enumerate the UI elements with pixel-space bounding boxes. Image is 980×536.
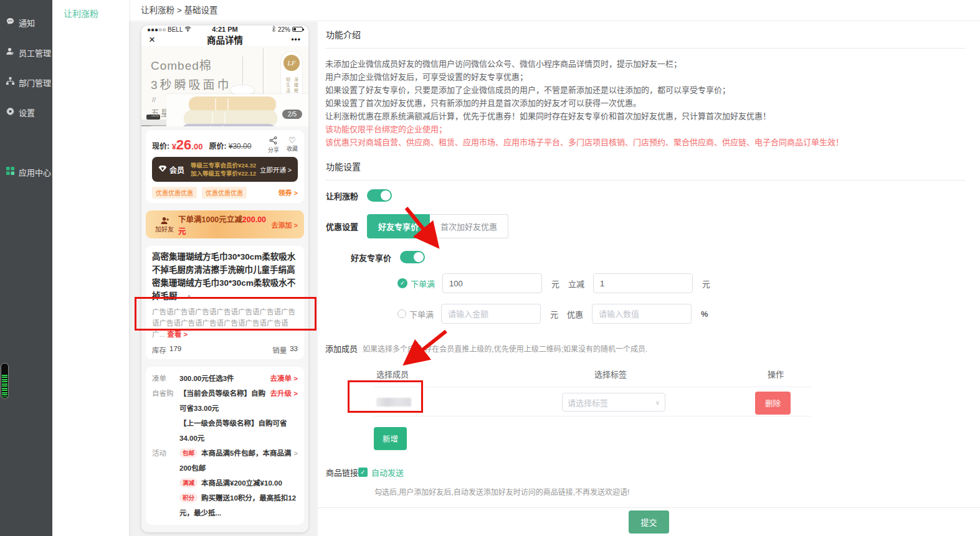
deals-card: 凑单 300.00元任选3件 去凑单 > 自省购 【当前会员等级名称】自购可省3… [146,367,304,525]
share-icon [269,137,277,146]
product-link-hint: 勾选后,用户添加好友后,自动发送添加好友时访问的商品链接,不再发送欢迎语! [374,486,965,497]
favorite-button[interactable]: ♡收藏 [287,136,298,154]
discount-tag: 满减 [179,478,197,487]
sidebar-item-employees[interactable]: 员工管理 [0,45,52,60]
rule1-radio-label[interactable]: 下单满 [411,278,435,289]
product-link-label: 商品链接 [326,466,358,478]
product-ad-text: 广告语广告语广告语广告语广告语广告语广告语广告语广告语广告语广告语广告语广告语广… [152,306,298,340]
stock-value: 179 [169,345,181,355]
rule2-amount-input[interactable] [441,304,541,324]
go-upgrade-link[interactable]: 去升级 > [270,386,298,416]
product-title: 高密集珊瑚绒方毛巾30*30cm柔软吸水不掉毛厨房清洁擦手洗碗巾儿童手绢高密集珊… [152,250,298,303]
radio-checked-icon[interactable]: ✓ [397,278,407,288]
sidebar-item-settings[interactable]: 设置 [0,105,52,120]
get-coupon-link[interactable]: 领券 > [278,187,298,197]
stock-label: 库存 [152,345,166,355]
member-table-row: 请选择标签 ∨ 删除 [374,387,811,416]
sidebar-item-label: 部门管理 [19,77,51,88]
settings-form: 功能介绍 未添加企业微信成员好友的微信用户访问微信公众号、微信小程序商品详情页时… [318,22,980,536]
carrier-signal: ●●●○○ BELL [147,26,183,33]
shipping-tag: 包邮 [179,448,197,458]
phone-page-title: 商品详情 [174,33,276,46]
bluetooth-icon [272,26,276,33]
chevron-right-icon[interactable]: > [293,446,298,476]
sidebar-item-departments[interactable]: 部门管理 [0,75,52,90]
add-button[interactable]: 新增 [374,427,407,450]
tab-first-add-friend[interactable]: 首次加好友优惠 [430,214,508,238]
member-price-lines: 等级三专享会员价¥24.32加入等级五专享价¥22.12 [191,161,260,177]
settings-section-title: 功能设置 [325,159,965,180]
share-button[interactable]: 分享 [268,136,279,154]
sidebar-item-app-center[interactable]: 应用中心 [0,164,52,179]
tab-friend-price[interactable]: 好友专享价 [367,214,430,238]
battery-icon [292,27,303,32]
orig-price: 原价: ¥30.00 [209,140,251,151]
auto-send-label[interactable]: 自动发送 [371,466,404,478]
more-icon[interactable]: ••• [276,35,301,44]
apps-icon [6,166,15,177]
rangli-toggle-label: 让利涨粉 [326,190,358,202]
user-icon [6,47,15,58]
add-friend-banner[interactable]: 加好友 下单满1000元立减200.00元 去添加 > [146,210,304,238]
rule1-amount-input[interactable] [442,273,542,293]
delete-button[interactable]: 删除 [755,392,791,415]
secondary-sidebar: 让利涨粉 [52,0,129,536]
submit-button[interactable]: 提交 [629,510,668,534]
now-price-value: ¥26.00 [169,137,202,153]
warning-line: 该功能仅限平台绑定的企业使用； [325,123,965,136]
radio-unchecked-icon[interactable] [397,309,406,318]
rule-row-reduce: ✓ 下单满 元 立减 元 [397,273,965,293]
sidebar-item-notifications[interactable]: 通知 [0,15,52,30]
level-gauge-overlay [1,363,9,399]
add-member-hint: 如果选择多个成员,存在会员直推上级的,优先使用上级二维码;如果没有的随机一个成员… [363,343,647,354]
tag-select[interactable]: 请选择标签 ∨ [562,393,665,411]
app-sidebar: 通知 员工管理 部门管理 设置 应用中心 [0,0,52,536]
friend-price-toggle[interactable] [400,251,425,263]
sales-value: 33 [290,345,298,355]
see-more-link[interactable]: 查看 > [167,331,188,338]
price-card: 现价: ¥26.00 原价: ¥30.00 分享 ♡收藏 会员 等级三专享会 [146,130,304,203]
sidebar-item-label: 应用中心 [19,166,51,178]
rule2-radio-label[interactable]: 下单满 [409,308,434,320]
rule2-percent-input[interactable] [592,304,692,324]
activity-row-discount: 满减本商品满¥200立减¥10.00 [152,476,298,491]
product-info-card: 高密集珊瑚绒方毛巾30*30cm柔软吸水不掉毛厨房清洁擦手洗碗巾儿童手绢高密集珊… [146,246,304,359]
towel-stack [181,98,281,126]
chat-icon [6,17,15,28]
chevron-down-icon: ∨ [655,399,660,406]
phone-preview-column: ●●●○○ BELL 4:21 PM 22% × 商品详情 ••• [129,22,318,536]
bundle-row: 凑单 300.00元任选3件 去凑单 > [152,371,298,386]
go-add-friend-link[interactable]: 去添加 > [272,220,298,230]
member-banner[interactable]: 会员 等级三专享会员价¥24.32加入等级五专享价¥22.12 立即开通 > [152,157,298,182]
friend-price-toggle-label: 好友专享价 [351,252,391,263]
product-hero-image: Combed棉 3秒瞬吸面巾 // 五星酒店精选 LF 轻生活深睡眠 LOVEF… [141,46,308,126]
auto-send-checkbox[interactable]: ✓ [358,468,368,477]
go-bundle-link[interactable]: 去凑单 > [270,371,298,386]
coupon-tag: 优惠优惠优惠 [202,187,247,199]
wifi-icon [184,26,191,33]
breadcrumb: 让利涨粉 > 基础设置 [129,0,980,21]
org-icon [6,77,15,88]
friend-offer-text: 下单满1000元立减200.00元 [178,213,272,237]
intro-section-title: 功能介绍 [325,27,965,48]
open-membership-link[interactable]: 立即开通 > [260,165,292,174]
phone-mockup: ●●●○○ BELL 4:21 PM 22% × 商品详情 ••• [141,26,308,532]
phone-navbar: × 商品详情 ••• [141,33,308,46]
rule1-reduce-input[interactable] [593,273,693,293]
warning-line: 该优惠只对商城自营、供应商、租赁、应用市场、应用市场子平台、多门店项目核销、门店… [325,136,965,149]
submenu-item-rangli[interactable]: 让利涨粉 [52,0,129,19]
points-tag: 积分 [179,493,197,502]
add-friend-icon: 加好友 [152,217,177,233]
col-header-member: 选择成员 [376,368,409,380]
collapse-caret-icon[interactable]: ∧ [187,293,192,300]
self-buy-row: 自省购 【当前会员等级名称】自购可省33.00元 去升级 > [152,386,298,416]
activity-row-points: 积分购买赠送10积分，最高抵扣12元，最少抵... [152,491,298,520]
discount-setting-label: 优惠设置 [326,220,358,232]
sidebar-item-label: 通知 [19,17,35,29]
now-price-label: 现价: [152,140,169,151]
status-time: 4:21 PM [201,26,249,33]
close-icon[interactable]: × [149,34,174,46]
rangli-toggle[interactable] [367,189,392,202]
member-name-redacted [376,398,411,407]
coupon-tag: 优惠优惠优惠 [152,187,197,199]
